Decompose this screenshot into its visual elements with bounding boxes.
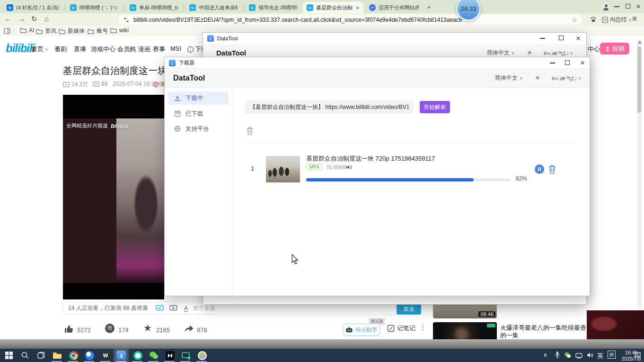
danmaku-send-button[interactable]: 发送 <box>397 304 421 315</box>
chrome-icon[interactable] <box>68 350 79 361</box>
microphone-icon[interactable] <box>555 351 560 361</box>
taskbar-search-icon[interactable] <box>20 350 30 361</box>
danmaku-toggle-icon[interactable] <box>156 304 164 313</box>
page-scrollbar-thumb[interactable] <box>637 46 641 113</box>
nav-shop[interactable]: 会员购 <box>117 45 136 54</box>
ime-pinyin-indicator[interactable]: 拼 <box>608 351 616 359</box>
downloader-close-button[interactable]: ✕ <box>575 60 590 66</box>
browser-close-button[interactable]: ✕ <box>636 3 641 10</box>
nav-game-center[interactable]: 游戏中心 <box>91 45 115 54</box>
nav-manga[interactable]: 漫画 <box>138 45 150 54</box>
capcut-icon[interactable] <box>165 350 175 361</box>
downloader-maximize-button[interactable] <box>565 60 570 65</box>
browser-tab[interactable]: DT 适用于任何网站的快速 <box>365 2 423 13</box>
new-tab-button[interactable]: ＋ <box>426 3 432 11</box>
garbled-menu[interactable]: é»□æ¨ªç¦□∨ <box>552 75 581 81</box>
forward-button[interactable]: → <box>18 15 25 23</box>
delete-item-button[interactable] <box>548 164 556 176</box>
task-view-icon[interactable] <box>36 350 46 361</box>
recommended-video-title[interactable]: 火爆泽哥最老八的一集吃得最香的一集 <box>500 324 586 339</box>
wps-icon[interactable]: W <box>100 350 111 361</box>
refresh-button[interactable]: ↻ <box>31 15 37 23</box>
parse-button[interactable]: 开始解析 <box>420 101 450 113</box>
downloader-minimize-button[interactable] <box>550 63 555 63</box>
bookmark-folder-news[interactable]: 资讯 <box>36 27 56 35</box>
downloader-window[interactable]: ⭳ 下载器 ✕ DataTool 简体中文∨ ☀ é»□æ¨ªç¦□∨ 下载中 … <box>164 57 590 296</box>
bookmark-folder-account[interactable]: 账号 <box>88 27 108 35</box>
theme-toggle-icon[interactable]: ☀ <box>527 49 532 56</box>
datatool-titlebar[interactable]: ⭳ DataTool <box>203 33 586 44</box>
browser-profile-avatar[interactable] <box>602 3 610 11</box>
more-actions-icon[interactable]: ⋮ <box>419 323 427 332</box>
browser-tab[interactable]: tv 领导先走-哔哩哔哩_b <box>245 2 301 13</box>
url-bar[interactable]: bilibili.com/video/BV19T3EzDEU4/?spm_id_… <box>118 15 582 25</box>
share-icon[interactable] <box>184 324 194 335</box>
nav-bangumi[interactable]: 番剧 <box>54 45 67 54</box>
browser-menu-icon[interactable]: ≡ <box>632 14 637 24</box>
browser-tab[interactable]: 知 (4 封私信 / 1 条消息) <box>3 2 62 13</box>
tray-expand-icon[interactable]: ∧ <box>543 352 547 358</box>
danmaku-settings-icon[interactable] <box>169 304 177 313</box>
screencast-icon[interactable] <box>181 350 191 361</box>
network-display-icon[interactable] <box>575 352 582 361</box>
sidebar-item-platforms[interactable]: 支持平台 <box>168 122 229 136</box>
file-explorer-icon[interactable] <box>52 350 62 361</box>
datatool-maximize-button[interactable] <box>559 36 564 40</box>
danmaku-font-icon[interactable]: A <box>184 305 188 312</box>
pinwheel-app-icon[interactable] <box>197 350 207 361</box>
bookmark-folder-media[interactable]: 新媒体 <box>59 27 85 35</box>
bookmark-star-icon[interactable]: ☆ <box>571 16 577 24</box>
ai-assistant-button[interactable]: AI小助手 <box>343 324 380 336</box>
ime-language-indicator[interactable]: 英 <box>597 352 603 360</box>
back-button[interactable]: ← <box>5 15 12 23</box>
theme-toggle-icon[interactable]: ☀ <box>535 74 540 81</box>
pause-button[interactable] <box>535 164 544 174</box>
downloader-language-select[interactable]: 简体中文∨ <box>495 74 523 82</box>
favorite-star-icon[interactable]: ★ <box>143 322 152 334</box>
scrollbar-up-arrow[interactable] <box>638 41 642 44</box>
site-info-icon[interactable] <box>123 17 130 23</box>
browser-tab[interactable]: tv 哔哩哔哩 ( ‘- ’)つロ <box>66 2 122 13</box>
nav-home[interactable]: 首页∨ <box>31 45 48 54</box>
audio-speaker-icon[interactable] <box>346 163 352 172</box>
nav-center-partial[interactable]: 中心 <box>588 45 600 54</box>
browser-maximize-button[interactable] <box>626 4 630 9</box>
video-url-input[interactable] <box>245 100 414 114</box>
browser-tab[interactable]: tv 单身-哔哩哔哩_bilibili <box>126 2 182 13</box>
datatool-minimize-button[interactable] <box>540 38 545 39</box>
blue-browser-icon[interactable] <box>84 350 95 361</box>
ai-summary-button[interactable]: AI总结 ∨ <box>602 16 632 24</box>
extension-paw-icon[interactable] <box>590 16 597 25</box>
start-button[interactable] <box>4 350 14 361</box>
browser-minimize-button[interactable] <box>614 6 619 7</box>
green-ring-app-icon[interactable] <box>132 350 143 361</box>
tab-close-icon[interactable]: ✕ <box>356 5 360 10</box>
clear-list-trash-icon[interactable] <box>246 127 254 137</box>
garbled-menu[interactable]: é»□æ¨ªç¦□∨ <box>544 50 573 56</box>
upload-button[interactable]: 投稿 <box>600 43 629 54</box>
bookmark-folder-wiki[interactable]: wiki <box>110 27 129 34</box>
browser-tab[interactable]: tv 中国进入超单身时代_ <box>185 2 241 13</box>
wechat-tray-icon[interactable] <box>564 352 571 360</box>
note-button[interactable]: 记笔记 <box>387 324 415 333</box>
nav-live[interactable]: 直播 <box>74 45 86 54</box>
notification-center-icon[interactable] <box>634 352 641 360</box>
browser-tab-active[interactable]: tv 基层群众自治制度 ✕ <box>303 2 363 13</box>
datatool-close-button[interactable]: ✕ <box>571 35 585 42</box>
coin-icon[interactable]: 币 <box>105 324 115 333</box>
volume-icon[interactable] <box>587 352 594 360</box>
like-icon[interactable] <box>64 324 74 335</box>
datatool-language-select[interactable]: 简体中文∨ <box>487 49 515 57</box>
video-player[interactable]: 全网精选好片频道 bilibili <box>63 95 164 299</box>
home-button[interactable]: ⌂ <box>44 15 49 23</box>
sidebar-item-downloading[interactable]: 下载中 <box>168 91 229 105</box>
danmaku-input-placeholder[interactable]: 发个友善 <box>193 304 215 312</box>
bilibili-logo[interactable]: bilibili <box>6 42 35 55</box>
sidebar-item-downloaded[interactable]: 已下载 <box>168 107 229 120</box>
datatool-taskbar-icon[interactable] <box>116 350 126 361</box>
bookmark-folder-ai[interactable]: AI <box>20 27 34 34</box>
wechat-icon[interactable] <box>149 350 159 361</box>
nav-msi[interactable]: MSI <box>170 45 181 52</box>
downloader-titlebar[interactable]: ⭳ 下载器 <box>165 57 590 69</box>
nav-esports[interactable]: 赛事 <box>153 45 165 54</box>
